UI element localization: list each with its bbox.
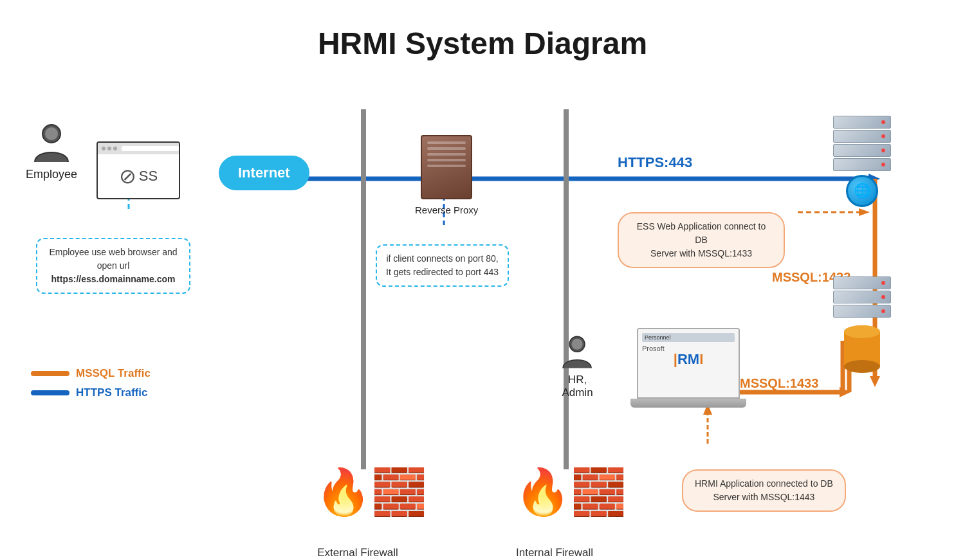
external-firewall-node: 🔥🧱 External Firewall — [315, 469, 427, 514]
svg-point-25 — [844, 325, 880, 338]
hrmi-screen: Personnel Prosoft |RMI — [637, 328, 740, 399]
browser-bar — [98, 143, 179, 154]
mssql-label-mid: MSSQL:1433 — [740, 376, 818, 391]
rp-server — [421, 135, 472, 199]
browser-body: ⊘ SS — [98, 154, 179, 198]
browser-dot-1 — [102, 147, 106, 150]
mssql-mid: MSSQL:1433 — [740, 376, 818, 390]
browser-url-bar — [122, 146, 179, 151]
external-firewall-icon: 🔥🧱 — [315, 469, 427, 514]
globe-icon: 🌐 — [846, 175, 878, 207]
employee-icon — [31, 122, 73, 164]
hrmi-title-bar: Personnel — [642, 333, 735, 342]
rp-line-3 — [427, 153, 466, 156]
db-srv-3 — [833, 305, 891, 318]
hrmi-prosoft: Prosoft — [642, 345, 665, 352]
internet-node: Internet — [219, 156, 309, 190]
hrmi-logo: |RMI — [642, 352, 735, 366]
hrmi-db-callout: HRMI Application connected to DBServer w… — [682, 469, 846, 512]
rp-line-2 — [427, 147, 466, 150]
srv-block-4 — [833, 158, 891, 171]
hr-admin-node: HR, Admin — [560, 334, 595, 399]
svg-point-19 — [45, 127, 58, 140]
srv-block-2 — [833, 130, 891, 143]
rp-line-4 — [427, 159, 466, 161]
db-srv-1 — [833, 276, 891, 289]
employee-label: Employee — [26, 168, 77, 181]
ess-icon: ⊘ — [119, 164, 136, 188]
legend-mssql-line — [31, 371, 69, 376]
ess-label: SS — [139, 168, 158, 185]
browser-dot-2 — [107, 147, 111, 150]
svg-marker-8 — [859, 208, 870, 216]
browser-node: ⊘ SS — [96, 141, 180, 199]
db-server-node — [833, 276, 891, 378]
legend-https-line — [31, 390, 69, 395]
db-srv-2 — [833, 291, 891, 303]
rp-lines — [427, 141, 466, 170]
external-firewall-text: External Firewall — [306, 546, 409, 559]
internet-label: Internet — [238, 165, 290, 181]
ess-db-callout: ESS Web Application connect to DBServer … — [618, 212, 785, 268]
employee-callout: Employee use web browser and open url ht… — [36, 238, 190, 294]
legend: MSSQL Traffic HTTPS Traffic — [31, 367, 151, 406]
hr-admin-label: HR, Admin — [562, 374, 593, 399]
employee-node: Employee — [26, 122, 77, 181]
db-cylinder-wrap — [843, 324, 881, 378]
srv-block-1 — [833, 116, 891, 129]
laptop-base — [630, 399, 746, 408]
srv-block-3 — [833, 144, 891, 157]
db-server-stack — [833, 276, 891, 318]
internal-firewall-node: 🔥🧱 — [515, 469, 627, 514]
rp-line-5 — [427, 165, 466, 167]
web-server-node: 🌐 — [833, 116, 891, 207]
legend-mssql: MSSQL Traffic — [31, 367, 151, 380]
diagram-area: Employee ⊘ SS Internet Employee use web … — [0, 84, 965, 560]
hrmi-laptop-node: Personnel Prosoft |RMI — [630, 328, 746, 408]
int-fw-label-text: Internal Firewall — [516, 546, 593, 559]
db-cylinder-icon — [843, 324, 881, 375]
svg-point-21 — [572, 339, 583, 350]
legend-https-text: HTTPS Traffic — [76, 386, 147, 399]
internal-firewall-text: Internal Firewall — [503, 546, 606, 559]
legend-https: HTTPS Traffic — [31, 386, 151, 399]
browser-box: ⊘ SS — [96, 141, 180, 199]
ext-fw-label-text: External Firewall — [317, 546, 398, 559]
page-title: HRMI System Diagram — [0, 0, 965, 74]
internal-firewall-icon: 🔥🧱 — [515, 469, 627, 514]
hrmi-screen-inner: Personnel Prosoft |RMI — [638, 329, 739, 397]
proxy-callout: if client connects on port 80, It gets r… — [376, 244, 509, 287]
svg-point-24 — [844, 360, 880, 373]
svg-marker-5 — [840, 387, 850, 397]
internet-cloud: Internet — [219, 156, 309, 190]
reverse-proxy-label: Reverse Proxy — [415, 204, 478, 215]
reverse-proxy-node: Reverse Proxy — [415, 135, 478, 215]
browser-dot-3 — [113, 147, 117, 150]
employee-callout-url: https://ess.domainname.com — [51, 274, 176, 284]
rp-line-1 — [427, 141, 466, 144]
hr-admin-icon — [560, 334, 595, 370]
https-label-node: HTTPS:443 — [618, 154, 692, 171]
legend-mssql-text: MSSQL Traffic — [76, 367, 151, 380]
server-3d — [833, 116, 891, 171]
https-label: HTTPS:443 — [618, 154, 692, 170]
